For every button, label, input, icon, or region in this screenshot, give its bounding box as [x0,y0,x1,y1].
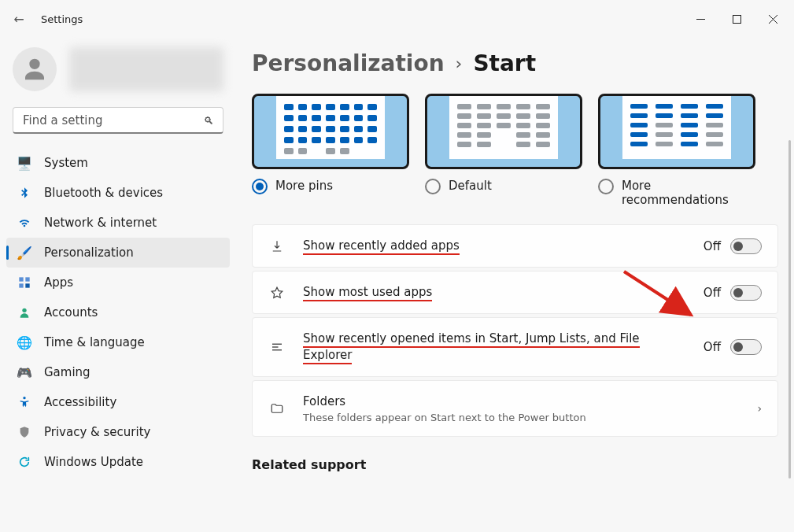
row-title: Show recently added apps [303,238,460,255]
radio-label: More recommendations [622,179,755,207]
svg-rect-5 [25,277,29,281]
svg-rect-7 [25,283,29,287]
nav-label: System [44,156,88,170]
svg-rect-1 [733,15,740,23]
nav-accessibility[interactable]: Accessibility [6,387,230,417]
nav-bluetooth[interactable]: Bluetooth & devices [6,178,230,208]
gaming-icon: 🎮 [17,365,31,379]
nav-label: Accessibility [44,395,116,409]
shield-icon [17,425,31,439]
main-content: Personalization › Start More p [242,38,794,532]
wifi-icon [17,216,31,230]
nav-label: Accounts [44,305,98,320]
toggle-state: Off [704,286,721,300]
svg-point-8 [22,308,26,312]
row-folders[interactable]: Folders These folders appear on Start ne… [252,380,778,437]
nav-time[interactable]: 🌐 Time & language [6,327,230,357]
nav-accounts[interactable]: Accounts [6,297,230,327]
list-icon [268,340,286,354]
toggle-state: Off [704,239,721,253]
nav-gaming[interactable]: 🎮 Gaming [6,357,230,387]
breadcrumb-current: Start [473,50,536,76]
toggle-recently-added-apps[interactable] [730,238,762,254]
minimize-button[interactable] [682,3,718,35]
nav-label: Bluetooth & devices [44,186,163,200]
search-field-wrapper: 🔍︎ [13,107,223,134]
maximize-button[interactable] [718,3,755,35]
start-layout-options: More pins Default [252,94,778,207]
nav-list: 🖥️ System Bluetooth & devices Network & … [6,148,230,477]
svg-rect-4 [19,277,23,281]
nav-personalization[interactable]: 🖌️ Personalization [6,238,230,268]
row-title: Show recently opened items in Start, Jum… [303,331,640,364]
chevron-right-icon: › [757,402,762,415]
layout-default[interactable]: Default [425,94,582,207]
row-most-used-apps: Show most used apps Off [252,271,778,314]
brush-icon: 🖌️ [17,246,31,260]
sidebar: 🔍︎ 🖥️ System Bluetooth & devices Network… [0,38,242,532]
accounts-icon [17,305,31,320]
row-recently-added-apps: Show recently added apps Off [252,224,778,268]
radio-label: Default [449,179,492,193]
avatar [13,47,57,91]
layout-preview-more-recs [598,94,755,169]
bluetooth-icon [17,186,31,200]
chevron-right-icon: › [456,54,463,73]
layout-preview-more-pins [252,94,409,169]
svg-point-9 [23,397,25,399]
update-icon [17,455,31,469]
breadcrumb: Personalization › Start [252,41,778,94]
row-subtitle: These folders appear on Start next to th… [303,412,733,423]
nav-label: Network & internet [44,216,157,230]
nav-label: Apps [44,275,73,290]
layout-more-pins[interactable]: More pins [252,94,409,207]
row-title: Show most used apps [303,285,432,301]
scrollbar[interactable] [788,140,791,478]
nav-label: Gaming [44,365,90,379]
toggle-most-used-apps[interactable] [730,285,762,301]
window-controls [682,3,791,35]
layout-preview-default [425,94,582,169]
nav-privacy[interactable]: Privacy & security [6,417,230,447]
row-title: Folders [303,393,733,410]
nav-system[interactable]: 🖥️ System [6,148,230,178]
titlebar: ← Settings [0,0,794,38]
nav-apps[interactable]: Apps [6,268,230,297]
svg-rect-6 [19,283,23,287]
nav-label: Personalization [44,246,134,260]
nav-network[interactable]: Network & internet [6,208,230,238]
accessibility-icon [17,395,31,409]
close-button[interactable] [755,3,791,35]
app-title: Settings [41,13,83,25]
nav-label: Privacy & security [44,425,150,439]
toggle-state: Off [704,340,721,354]
user-header[interactable] [6,44,230,107]
time-icon: 🌐 [17,335,31,349]
search-input[interactable] [13,107,223,134]
user-name-redacted [69,47,223,91]
nav-update[interactable]: Windows Update [6,447,230,477]
star-icon [268,286,286,300]
related-support-heading: Related support [252,457,778,472]
row-recent-items: Show recently opened items in Start, Jum… [252,317,778,377]
radio-default[interactable] [425,179,441,194]
nav-label: Windows Update [44,455,143,469]
layout-more-recommendations[interactable]: More recommendations [598,94,755,207]
breadcrumb-parent[interactable]: Personalization [252,50,445,76]
toggle-recent-items[interactable] [730,339,762,355]
download-icon [268,239,286,253]
folder-icon [268,401,286,416]
nav-label: Time & language [44,335,145,349]
radio-more-pins[interactable] [252,179,268,194]
back-button[interactable]: ← [3,3,35,35]
apps-icon [17,275,31,290]
system-icon: 🖥️ [17,156,31,170]
radio-label: More pins [275,179,333,193]
radio-more-recommendations[interactable] [598,179,614,194]
